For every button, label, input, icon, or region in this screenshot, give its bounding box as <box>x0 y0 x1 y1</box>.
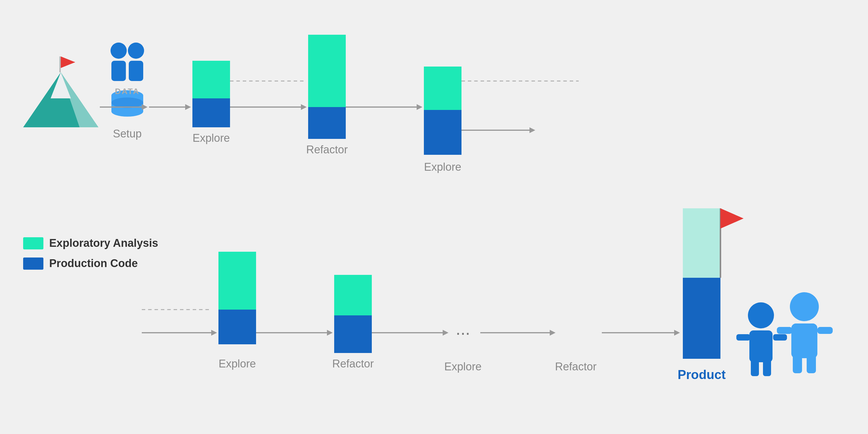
svg-rect-72 <box>793 354 802 373</box>
svg-rect-75 <box>817 327 833 334</box>
svg-point-13 <box>112 97 143 108</box>
svg-rect-65 <box>749 331 773 362</box>
svg-rect-66 <box>751 359 759 376</box>
svg-rect-43 <box>218 310 256 344</box>
svg-text:Product: Product <box>678 368 726 382</box>
svg-point-8 <box>128 42 144 59</box>
svg-rect-60 <box>683 278 720 359</box>
diagram-container: DATA Setup Explore Refactor <box>0 0 868 434</box>
svg-point-70 <box>790 292 819 321</box>
svg-text:Refactor: Refactor <box>306 144 348 156</box>
svg-rect-7 <box>112 61 126 81</box>
svg-rect-68 <box>736 334 750 341</box>
svg-text:Explore: Explore <box>444 361 482 373</box>
svg-text:Refactor: Refactor <box>555 361 597 373</box>
svg-rect-31 <box>424 66 462 110</box>
svg-rect-67 <box>763 359 771 376</box>
svg-rect-71 <box>791 323 817 358</box>
svg-rect-73 <box>807 354 816 373</box>
svg-point-64 <box>748 302 774 329</box>
svg-rect-42 <box>218 252 256 310</box>
svg-rect-59 <box>683 208 720 278</box>
svg-rect-38 <box>23 257 43 270</box>
svg-text:Explore: Explore <box>424 161 462 173</box>
svg-point-6 <box>111 42 127 59</box>
legend-exploratory: Exploratory Analysis <box>49 237 158 249</box>
svg-rect-37 <box>23 237 43 249</box>
svg-rect-27 <box>308 107 346 139</box>
svg-rect-74 <box>777 327 792 334</box>
svg-rect-47 <box>334 275 372 315</box>
svg-text:DATA: DATA <box>115 87 140 96</box>
svg-rect-26 <box>308 35 346 107</box>
svg-text:Explore: Explore <box>219 358 256 370</box>
svg-rect-4 <box>59 56 61 72</box>
svg-rect-9 <box>129 61 143 81</box>
svg-text:Setup: Setup <box>113 128 142 140</box>
svg-text:···: ··· <box>456 323 470 342</box>
svg-rect-32 <box>424 110 462 155</box>
svg-text:Explore: Explore <box>193 132 230 144</box>
svg-rect-48 <box>334 315 372 353</box>
svg-rect-21 <box>192 98 230 127</box>
svg-text:Refactor: Refactor <box>332 358 374 370</box>
svg-rect-20 <box>192 61 230 98</box>
svg-rect-69 <box>773 334 787 341</box>
legend-production: Production Code <box>49 257 138 269</box>
